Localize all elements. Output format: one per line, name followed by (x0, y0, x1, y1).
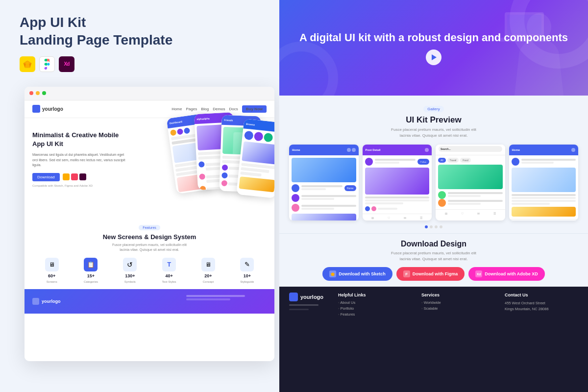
footer-text-area (186, 295, 245, 300)
footer-helpful-links: Helpful Links About Us Portfolio Feature… (338, 293, 412, 318)
feature-categories-icon: 📋 (84, 258, 98, 271)
post-author: Follow (365, 158, 430, 166)
site-logo-icon (32, 105, 40, 113)
nav-cta-button[interactable]: Buy Now (242, 105, 267, 113)
browse-nav-1[interactable]: ⊞ (445, 212, 447, 215)
avatar-2-text (301, 195, 356, 201)
browse-cat-3[interactable]: Food (460, 158, 470, 163)
msg-title-line (512, 194, 576, 196)
avatar-2 (292, 194, 299, 202)
avatar-3 (292, 204, 299, 212)
messages-bottom-nav: ⊞ ♡ ✉ ☰ (509, 219, 579, 220)
features-section: Features New Screens & Design System Fus… (24, 216, 274, 289)
footer-address: 455 West Orchard StreetKings Mountain, N… (505, 300, 578, 312)
footer-brand-name: yourlogo (300, 294, 323, 300)
download-buttons: Download with Sketch F Download with Fig… (289, 267, 578, 281)
avatar-item-3 (292, 204, 356, 212)
feature-screens: 🖥 60+ Screens (45, 258, 59, 283)
nav-home[interactable]: Home (172, 107, 182, 111)
footer-service-worldwide[interactable]: Worldwide (421, 300, 495, 305)
bottom-gradient-bar: yourlogo (24, 289, 274, 314)
ui-screen-messages-header: Home (509, 145, 579, 155)
ui-screenshots: Home H (289, 145, 578, 220)
hero-compat-text: Compatible with Sketch, Figma and Adobe … (32, 184, 130, 187)
preview-title: UI Kit Preview (289, 115, 578, 125)
footer-contact-title: Contact Us (505, 293, 578, 297)
dot-4[interactable] (440, 225, 442, 228)
footer-logo-bar: yourlogo (32, 298, 61, 305)
follow-btn[interactable]: Home (344, 185, 356, 191)
feature-symbols-icon: ↺ (123, 258, 137, 271)
download-xd-button[interactable]: Xd Download with Adobe XD (468, 267, 545, 281)
browse-categories: All Travel Food (438, 158, 503, 163)
browse-nav-2[interactable]: ♡ (461, 212, 464, 215)
text-line (301, 185, 343, 187)
browse-search-bar[interactable]: Search... (439, 146, 502, 152)
download-figma-label: Download with Figma (413, 271, 458, 276)
feature-screens-label: Screens (47, 280, 57, 283)
footer-link-features[interactable]: Features (338, 312, 412, 317)
download-xd-label: Download with Adobe XD (485, 271, 538, 276)
browse-nav-4[interactable]: ☰ (493, 212, 496, 215)
svg-marker-9 (331, 272, 335, 276)
feature-text-styles-label: Text Styles (162, 280, 176, 283)
download-sketch-label: Download with Sketch (339, 271, 386, 276)
download-sketch-button[interactable]: Download with Sketch (322, 267, 392, 281)
ui-screen-messages-body (509, 155, 579, 219)
avatar-3-text (301, 205, 356, 211)
browser-frame: yourlogo Home Pages Blog Demos Docs Buy … (24, 87, 274, 361)
msg-body-2 (512, 200, 576, 202)
download-title: Download Design (289, 240, 578, 248)
download-figma-button[interactable]: F Download with Figma (396, 267, 465, 281)
features-title: New Screens & Design System (32, 233, 267, 241)
dot-3[interactable] (435, 225, 438, 228)
sketch-dl-icon (329, 270, 336, 277)
feature-screens-count: 60+ (48, 273, 55, 278)
nav-blog[interactable]: Blog (201, 107, 209, 111)
ui-screen-post-header: Post Detail (363, 145, 432, 155)
browse-item-1 (438, 191, 503, 199)
footer-service-scalable[interactable]: Scalable (421, 306, 495, 311)
footer-divider (289, 304, 318, 306)
browse-cat-1[interactable]: All (438, 158, 446, 163)
feature-concept: 🖥 20+ Concept (201, 258, 215, 283)
post-body-line-1 (365, 199, 430, 201)
post-author-text (375, 159, 416, 165)
dot-1[interactable] (425, 225, 428, 228)
hero-heading: Minimalist & Creative Mobile App UI Kit (32, 131, 130, 148)
play-button[interactable] (426, 49, 441, 65)
post-bottom-nav-2[interactable]: ♡ (388, 216, 390, 220)
ui-screen-browse: Search... All Travel Food (436, 145, 505, 220)
browse-cat-2[interactable]: Travel (447, 158, 459, 163)
footer-brand: yourlogo (289, 293, 328, 310)
msg-body-1 (512, 197, 576, 199)
feature-text-styles: T 40+ Text Styles (162, 258, 176, 283)
post-bottom-nav-3[interactable]: ✉ (404, 216, 406, 220)
right-panel: A digital UI kit with a robust design an… (279, 0, 588, 392)
nav-docs[interactable]: Docs (229, 107, 238, 111)
text-line (301, 188, 326, 190)
reaction-avatar-2 (371, 206, 376, 211)
features-subtitle: Fusce placerat pretium mauris, vel solli… (32, 243, 267, 253)
footer-contact: Contact Us 455 West Orchard StreetKings … (505, 293, 578, 312)
dot-2[interactable] (430, 225, 433, 228)
ui-screen-browse-header: Search... (436, 145, 505, 155)
post-bottom-nav-4[interactable]: ☰ (420, 216, 422, 220)
figma-icon (39, 56, 55, 72)
browse-avatar-2 (438, 199, 446, 207)
footer-link-portfolio[interactable]: Portfolio (338, 306, 412, 311)
browse-line-4 (448, 203, 481, 205)
xd-icon: Xd (59, 56, 74, 72)
footer-link-about[interactable]: About Us (338, 300, 412, 305)
browse-line-1 (448, 192, 503, 194)
page-title: App UI Kit Landing Page Template (20, 14, 260, 49)
nav-pages[interactable]: Pages (186, 107, 197, 111)
post-bottom-nav-1[interactable]: ⊞ (371, 216, 374, 220)
post-follow-btn[interactable]: Follow (417, 159, 429, 165)
nav-demos[interactable]: Demos (213, 107, 225, 111)
browse-nav-3[interactable]: ✉ (477, 212, 480, 215)
ui-screen-post-body: Follow (363, 155, 432, 214)
avatar-item-1: Home (292, 184, 356, 192)
download-button[interactable]: Download (32, 173, 60, 181)
author-sub-line (375, 162, 399, 164)
